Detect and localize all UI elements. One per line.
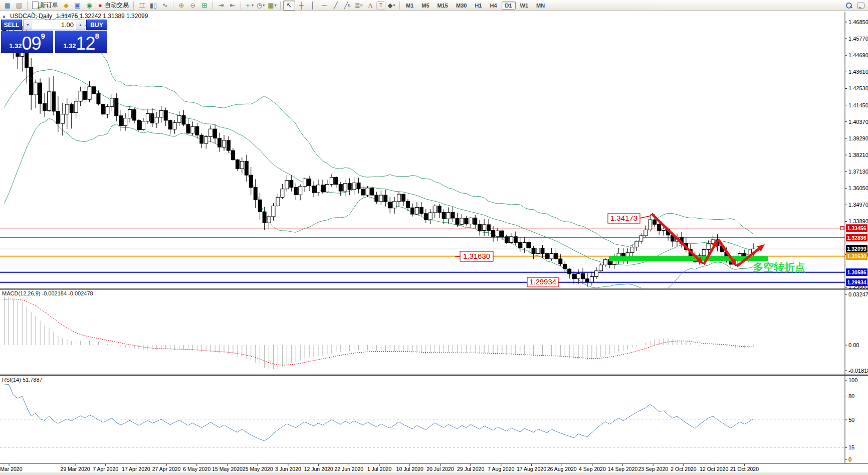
- sell-button[interactable]: SELL: [1, 20, 22, 30]
- price-tick-label: 1.37130: [848, 169, 868, 175]
- line-chart-icon[interactable]: ∿: [159, 1, 170, 10]
- volume-stepper: ▼ ▲: [23, 20, 85, 30]
- toolbar-separator: [133, 2, 134, 10]
- periods-icon[interactable]: ◷▾: [255, 1, 266, 10]
- timeframe-m5[interactable]: M5: [418, 2, 432, 10]
- toolbar-separator: [212, 2, 213, 10]
- price-badge: 1.33456: [847, 225, 866, 231]
- price-tick-label: 1.33890: [848, 218, 868, 224]
- date-label: 20 Jul 2020: [426, 466, 454, 472]
- window-collapse-icon[interactable]: ▲: [2, 14, 6, 19]
- price-badge: 1.30586: [847, 269, 866, 275]
- sell-price-display[interactable]: 1.32099: [1, 31, 53, 53]
- profiles-icon[interactable]: ▤: [14, 1, 25, 10]
- auto-scroll-icon[interactable]: ⇥: [215, 1, 227, 10]
- vertical-line-icon[interactable]: │: [307, 1, 318, 10]
- horizontal-scrollbar[interactable]: [0, 472, 868, 475]
- date-label: 4 Sep 2020: [579, 466, 606, 472]
- cursor-icon[interactable]: ↖: [283, 1, 295, 11]
- date-label: 29 Mar 2020: [61, 466, 90, 472]
- price-tick-label: 1.45770: [848, 36, 868, 42]
- timeframe-m15[interactable]: M15: [434, 2, 452, 10]
- new-order-icon: [32, 2, 39, 9]
- date-label: 12 Oct 2020: [700, 466, 728, 472]
- autotrading-icon: ●: [97, 1, 103, 10]
- price-badge: 1.32836: [847, 235, 866, 241]
- date-label: 1 Jul 2020: [367, 466, 392, 472]
- tile-windows-icon[interactable]: ⊞: [199, 1, 210, 10]
- toolbar-separator: [27, 2, 28, 10]
- text-icon[interactable]: A: [365, 1, 376, 10]
- sell-price-big: 09: [22, 36, 41, 52]
- timeframe-h1[interactable]: H1: [471, 2, 485, 10]
- price-tick-label: 1.40370: [848, 119, 868, 125]
- buy-price-big: 12: [76, 36, 95, 52]
- toolbar: ▦ ▤ 新订单 ◆ ▣ ◉ ● 自动交易 ⌶⌶ ▮▯ ∿ ⊕ ⊖ ⊞ ⇥ ⇤ ＋…: [0, 0, 868, 11]
- date-label: 21 Oct 2020: [730, 466, 759, 472]
- macd-label: MACD(12,26,9) -0.002184 -0.002478: [2, 290, 93, 296]
- zoom-in-icon[interactable]: ⊕: [176, 1, 187, 10]
- sell-price-prefix: 1.32: [9, 42, 22, 50]
- timeframe-d1[interactable]: D1: [502, 2, 516, 10]
- zoom-out-icon[interactable]: ⊖: [187, 1, 198, 10]
- date-label: 7 Aug 2020: [488, 466, 514, 472]
- horizontal-line-icon[interactable]: ─: [319, 1, 330, 10]
- volume-input[interactable]: [32, 20, 76, 30]
- signals-icon[interactable]: ◉: [84, 1, 95, 10]
- terminal-icon[interactable]: ▣: [72, 1, 83, 10]
- candlestick-chart-icon[interactable]: ▮▯: [148, 1, 159, 10]
- mt4-window: ▦ ▤ 新订单 ◆ ▣ ◉ ● 自动交易 ⌶⌶ ▮▯ ∿ ⊕ ⊖ ⊞ ⇥ ⇤ ＋…: [0, 0, 868, 475]
- ohlc-quotes-label: 1.31475 1.32242 1.31389 1.32099: [56, 13, 148, 20]
- volume-up-button[interactable]: ▲: [76, 20, 85, 30]
- price-badge: 1.31630: [847, 253, 866, 259]
- cn-annotation-text: 多空转折点: [753, 261, 805, 273]
- autotrading-label: 自动交易: [105, 1, 129, 10]
- volume-down-button[interactable]: ▼: [24, 20, 32, 30]
- date-label: 6 May 2020: [183, 466, 210, 472]
- timeframe-h4[interactable]: H4: [486, 2, 500, 10]
- date-label: 29 Jul 2020: [457, 466, 484, 472]
- date-label: 2 Oct 2020: [671, 466, 697, 472]
- timeframe-m1[interactable]: M1: [402, 2, 417, 10]
- chart-canvas[interactable]: 1.341731.316301.29934多空转折点1.468501.45770…: [0, 11, 868, 475]
- chart-shift-icon[interactable]: ⇤: [227, 1, 238, 10]
- timeframe-mn[interactable]: MN: [533, 2, 548, 10]
- new-chart-icon[interactable]: ▦: [2, 1, 13, 10]
- macd-axis-label: -0.018182: [848, 368, 868, 374]
- equidistant-channel-icon[interactable]: ╱E: [342, 1, 353, 10]
- timeframe-w1[interactable]: W1: [517, 2, 532, 10]
- toolbar-separator: [280, 2, 281, 10]
- price-badge: 1.29934: [847, 279, 866, 285]
- autotrading-button[interactable]: ● 自动交易: [95, 1, 131, 10]
- rsi-axis-label: 0: [848, 456, 851, 462]
- fibonacci-icon[interactable]: ≣F: [353, 1, 364, 10]
- date-label: 17 Apr 2020: [122, 466, 150, 472]
- arrows-icon[interactable]: ◆▾: [386, 1, 397, 10]
- rsi-axis-label: 50: [848, 417, 854, 423]
- date-label: 3 Jun 2020: [275, 466, 301, 472]
- price-tick-label: 1.43610: [848, 69, 868, 75]
- date-label: 26 Aug 2020: [547, 466, 577, 472]
- toolbar-separator: [399, 2, 400, 10]
- price-tick-label: 1.38210: [848, 152, 868, 158]
- chat-icon[interactable]: [855, 1, 866, 10]
- trendline-icon[interactable]: ╱: [330, 1, 341, 10]
- rsi-axis-label: 80: [848, 393, 854, 399]
- text-label-icon[interactable]: T: [376, 2, 385, 10]
- buy-price-display[interactable]: 1.32128: [55, 31, 107, 53]
- chart-title: ▲ USDCAD, Daily 1.31475 1.32242 1.31389 …: [2, 13, 148, 20]
- sell-price-sup: 9: [41, 32, 45, 40]
- date-label: 14 Sep 2020: [608, 466, 638, 472]
- buy-price-sup: 8: [95, 32, 99, 40]
- price-tick-label: 1.34970: [848, 202, 868, 208]
- search-icon[interactable]: [843, 1, 854, 10]
- buy-button[interactable]: BUY: [86, 20, 107, 30]
- add-indicator-icon[interactable]: ＋▾: [244, 1, 255, 10]
- templates-icon[interactable]: ▦▾: [267, 1, 278, 10]
- new-order-button[interactable]: 新订单: [30, 1, 60, 10]
- metaeditor-icon[interactable]: ◆: [61, 1, 72, 10]
- timeframe-m30[interactable]: M30: [453, 2, 470, 10]
- price-annotation-text: 1.34173: [610, 214, 637, 222]
- bar-chart-icon[interactable]: ⌶⌶: [136, 1, 147, 10]
- crosshair-icon[interactable]: ┼: [296, 1, 307, 10]
